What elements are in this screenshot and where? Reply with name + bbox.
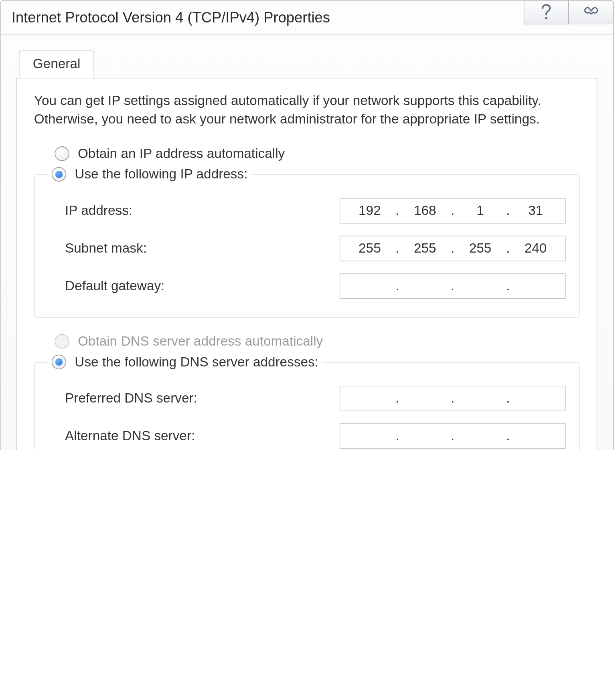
default-gateway-label: Default gateway: — [48, 278, 165, 294]
radio-ip-manual-label: Use the following IP address: — [75, 167, 247, 182]
radio-dns-auto: Obtain DNS server address automatically — [34, 331, 580, 352]
radio-dns-manual-label: Use the following DNS server addresses: — [75, 354, 318, 370]
window-title: Internet Protocol Version 4 (TCP/IPv4) P… — [12, 9, 330, 26]
radio-icon — [55, 334, 69, 349]
group-ip-manual: Use the following IP address: IP address… — [34, 164, 580, 318]
description-text: You can get IP settings assigned automat… — [34, 92, 580, 128]
subnet-mask-label: Subnet mask: — [48, 241, 147, 257]
close-icon — [584, 7, 598, 18]
radio-ip-manual[interactable]: Use the following IP address: — [52, 164, 248, 185]
radio-icon — [52, 167, 66, 182]
tab-strip: General — [16, 51, 597, 79]
preferred-dns-input[interactable]: . . . — [340, 386, 566, 412]
close-button[interactable] — [569, 0, 614, 24]
group-dns-manual: Use the following DNS server addresses: … — [34, 352, 580, 450]
ip-address-label: IP address: — [48, 203, 132, 219]
tab-panel-general: You can get IP settings assigned automat… — [16, 78, 597, 450]
dialog-window: Internet Protocol Version 4 (TCP/IPv4) P… — [0, 0, 614, 450]
subnet-mask-input[interactable]: 255. 255. 255. 240 — [340, 236, 566, 261]
radio-ip-auto-label: Obtain an IP address automatically — [78, 146, 285, 162]
radio-dns-manual[interactable]: Use the following DNS server addresses: — [52, 352, 318, 373]
radio-ip-auto[interactable]: Obtain an IP address automatically — [34, 144, 580, 164]
help-button[interactable] — [524, 0, 569, 24]
alternate-dns-input[interactable]: . . . — [340, 424, 566, 449]
svg-point-0 — [545, 17, 547, 19]
alternate-dns-label: Alternate DNS server: — [48, 429, 195, 444]
help-icon — [541, 4, 551, 20]
titlebar: Internet Protocol Version 4 (TCP/IPv4) P… — [1, 1, 613, 35]
preferred-dns-label: Preferred DNS server: — [48, 391, 197, 407]
radio-icon — [52, 355, 66, 369]
radio-icon — [55, 147, 69, 161]
radio-dns-auto-label: Obtain DNS server address automatically — [78, 334, 323, 349]
ip-address-input[interactable]: 192. 168. 1. 31 — [340, 198, 566, 224]
default-gateway-input[interactable]: . . . — [340, 273, 566, 299]
tab-general[interactable]: General — [19, 51, 94, 79]
